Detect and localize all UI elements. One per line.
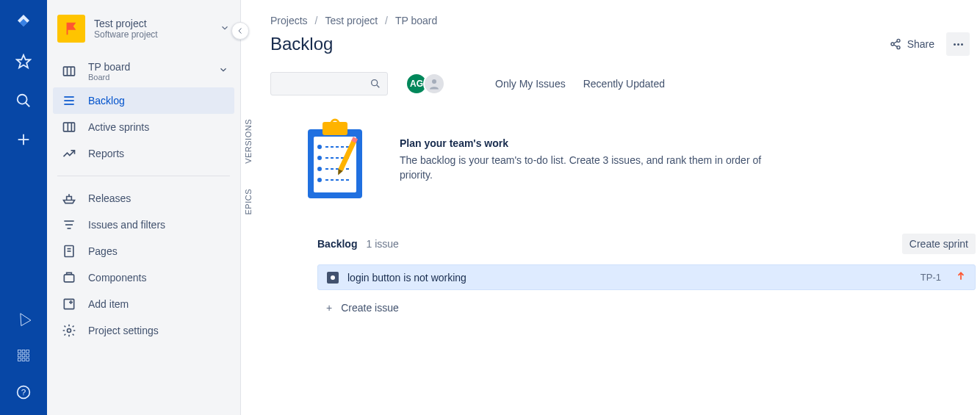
page-title: Backlog <box>270 34 333 54</box>
help-icon[interactable]: ? <box>16 385 31 402</box>
search-input[interactable] <box>270 72 388 95</box>
clipboard-illustration <box>291 116 379 204</box>
breadcrumb-sep: / <box>315 15 318 26</box>
backlog-icon <box>62 93 76 108</box>
search-icon[interactable] <box>15 93 32 111</box>
svg-point-53 <box>317 167 322 171</box>
svg-point-44 <box>432 79 436 84</box>
promo-body: The backlog is your team's to-do list. C… <box>400 154 767 182</box>
project-type: Software project <box>94 29 158 40</box>
plus-icon: + <box>326 302 332 314</box>
svg-marker-0 <box>17 55 30 68</box>
reports-icon <box>62 146 76 161</box>
chevron-down-icon <box>220 23 230 35</box>
priority-high-icon <box>956 271 966 284</box>
svg-rect-9 <box>22 354 25 357</box>
sidebar-item-label: Add item <box>88 298 129 310</box>
breadcrumb-root[interactable]: Projects <box>270 15 308 26</box>
svg-rect-10 <box>26 354 29 357</box>
board-name: TP board <box>88 60 130 73</box>
gear-icon <box>62 323 76 338</box>
breadcrumb-board[interactable]: TP board <box>395 15 437 26</box>
sidebar-item-releases[interactable]: Releases <box>53 185 234 212</box>
divider <box>57 176 230 176</box>
svg-point-55 <box>317 178 322 182</box>
breadcrumb-project[interactable]: Test project <box>325 15 378 26</box>
sidebar-item-label: Project settings <box>88 325 159 336</box>
svg-point-37 <box>897 39 900 42</box>
svg-rect-7 <box>26 350 29 353</box>
svg-point-36 <box>68 329 71 333</box>
issue-key: TP-1 <box>920 272 941 283</box>
svg-rect-8 <box>18 354 21 357</box>
svg-point-39 <box>897 46 900 49</box>
create-issue-button[interactable]: + Create issue <box>317 299 976 317</box>
component-icon <box>62 270 76 285</box>
sidebar-item-label: Issues and filters <box>88 219 165 231</box>
plus-icon[interactable] <box>15 131 32 150</box>
star-icon[interactable] <box>15 54 32 72</box>
filter-icon <box>62 217 76 232</box>
sidebar-item-add-item[interactable]: Add item <box>53 291 234 317</box>
more-button[interactable] <box>946 32 970 56</box>
breadcrumb: Projects / Test project / TP board <box>270 15 976 26</box>
sidebar-item-issues-filters[interactable]: Issues and filters <box>53 212 234 238</box>
epics-tab[interactable]: EPICS <box>244 189 253 215</box>
search-icon <box>370 78 381 90</box>
svg-rect-32 <box>64 275 73 282</box>
dot-icon <box>954 43 956 46</box>
apps-icon[interactable] <box>17 349 30 364</box>
project-name: Test project <box>94 18 158 29</box>
svg-point-49 <box>317 145 322 149</box>
page-icon <box>62 244 76 259</box>
svg-rect-47 <box>323 122 347 135</box>
avatar-group: AG <box>406 73 445 95</box>
sidebar-item-components[interactable]: Components <box>53 264 234 291</box>
versions-tab[interactable]: VERSIONS <box>244 119 253 164</box>
sidebar-item-reports[interactable]: Reports <box>53 140 234 167</box>
add-item-icon <box>62 297 76 311</box>
sidebar-item-label: Releases <box>88 192 131 204</box>
project-logo-icon <box>57 15 85 43</box>
avatar-unassigned[interactable] <box>423 73 445 95</box>
sidebar-item-board[interactable]: TP board Board <box>53 54 234 87</box>
svg-rect-12 <box>22 358 25 361</box>
svg-text:?: ? <box>21 387 26 397</box>
issue-type-icon <box>327 272 339 284</box>
notification-icon[interactable] <box>16 311 31 328</box>
sidebar-item-pages[interactable]: Pages <box>53 238 234 264</box>
svg-rect-11 <box>18 358 21 361</box>
project-sidebar: Test project Software project TP board B… <box>47 0 241 415</box>
sidebar-item-project-settings[interactable]: Project settings <box>53 317 234 344</box>
backlog-label: Backlog <box>317 238 357 250</box>
svg-rect-16 <box>64 67 75 76</box>
issue-title: login button is not working <box>347 272 466 284</box>
svg-point-38 <box>891 43 894 46</box>
main-content: VERSIONS EPICS Projects / Test project /… <box>241 0 980 415</box>
svg-line-43 <box>377 85 379 87</box>
global-nav: ? <box>0 0 47 415</box>
board-type: Board <box>88 73 130 82</box>
sidebar-item-active-sprints[interactable]: Active sprints <box>53 114 234 140</box>
sidebar-item-backlog[interactable]: Backlog <box>53 87 234 114</box>
svg-rect-5 <box>18 350 21 353</box>
issue-row[interactable]: login button is not working TP-1 <box>317 264 976 290</box>
sidebar-item-label: Backlog <box>88 95 125 107</box>
sidebar-item-label: Components <box>88 272 146 284</box>
svg-point-1 <box>18 95 27 104</box>
sprints-icon <box>62 120 76 134</box>
sidebar-item-label: Reports <box>88 148 124 159</box>
recently-updated-filter[interactable]: Recently Updated <box>583 78 665 90</box>
board-icon <box>62 64 76 79</box>
promo-panel: Plan your team's work The backlog is you… <box>291 116 976 204</box>
jira-logo-icon[interactable] <box>15 13 32 33</box>
share-button[interactable]: Share <box>890 38 934 50</box>
create-sprint-button[interactable]: Create sprint <box>902 234 976 254</box>
ship-icon <box>62 191 76 206</box>
backlog-count: 1 issue <box>366 238 398 250</box>
create-issue-label: Create issue <box>341 302 399 314</box>
sidebar-item-label: Pages <box>88 245 118 257</box>
only-my-issues-filter[interactable]: Only My Issues <box>495 78 566 90</box>
project-header[interactable]: Test project Software project <box>47 15 240 54</box>
collapse-sidebar-button[interactable] <box>231 22 249 40</box>
